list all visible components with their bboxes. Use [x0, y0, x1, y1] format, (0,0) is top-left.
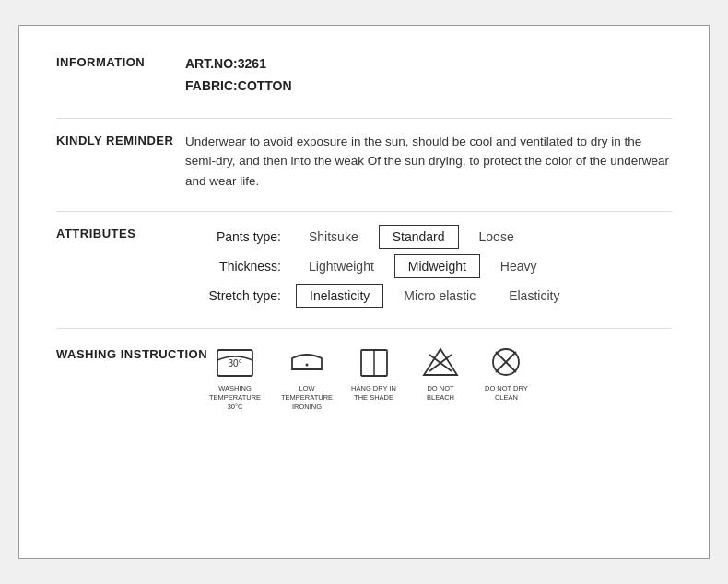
attributes-label: ATTRIBUTES — [56, 225, 185, 240]
low-temp-iron-label: LOW TEMPERATUREIRONING — [279, 384, 335, 411]
no-dry-clean-item: DO NOT DRYCLEAN — [485, 345, 528, 403]
reminder-label: KINDLY REMINDER — [56, 132, 185, 147]
option-shitsuke[interactable]: Shitsuke — [296, 226, 371, 248]
washing-label: WASHING INSTRUCTION — [56, 342, 207, 361]
divider-1 — [56, 118, 672, 119]
washing-content: 30° WASHINGTEMPERATURE 30°C LOW TEM — [207, 342, 672, 411]
stretch-type-label: Stretch type: — [185, 288, 296, 303]
product-info-card: INFORMATION ART.NO:3261 FABRIC:COTTON KI… — [18, 25, 710, 559]
option-micro-elastic[interactable]: Micro elastic — [391, 285, 488, 307]
option-midweight[interactable]: Midweight — [394, 254, 480, 278]
information-label: INFORMATION — [56, 53, 185, 69]
wash-temp-item: 30° WASHINGTEMPERATURE 30°C — [207, 345, 263, 411]
option-inelasticity[interactable]: Inelasticity — [296, 284, 383, 308]
low-temp-iron-icon — [287, 345, 327, 379]
no-dry-clean-icon — [486, 345, 526, 379]
fabric: FABRIC:COTTON — [185, 76, 672, 98]
attributes-section: ATTRIBUTES Pants type: Shitsuke Standard… — [56, 225, 672, 308]
wash-temp-icon: 30° — [215, 345, 255, 379]
no-bleach-label: DO NOT BLEACH — [413, 384, 468, 403]
option-heavy[interactable]: Heavy — [487, 255, 550, 277]
hang-dry-label: HANG DRY INTHE SHADE — [351, 384, 396, 403]
attributes-grid: Pants type: Shitsuke Standard Loose Thic… — [185, 225, 672, 308]
hang-dry-icon — [354, 345, 394, 379]
divider-2 — [56, 211, 672, 212]
no-bleach-icon — [420, 345, 461, 379]
attributes-content: Pants type: Shitsuke Standard Loose Thic… — [185, 225, 672, 308]
wash-temp-label: WASHINGTEMPERATURE 30°C — [207, 384, 263, 411]
pants-type-row: Pants type: Shitsuke Standard Loose — [185, 225, 672, 249]
option-loose[interactable]: Loose — [466, 226, 527, 248]
hang-dry-item: HANG DRY INTHE SHADE — [351, 345, 396, 403]
information-content: ART.NO:3261 FABRIC:COTTON — [185, 53, 672, 98]
option-lightweight[interactable]: Lightweight — [296, 255, 387, 277]
no-dry-clean-label: DO NOT DRYCLEAN — [485, 384, 528, 403]
low-temp-iron-item: LOW TEMPERATUREIRONING — [279, 345, 335, 411]
reminder-text: Underwear to avoid exposure in the sun, … — [185, 132, 672, 192]
thickness-label: Thickness: — [185, 259, 296, 274]
option-elasticity[interactable]: Elasticity — [496, 285, 572, 307]
thickness-row: Thickness: Lightweight Midweight Heavy — [185, 254, 672, 278]
information-section: INFORMATION ART.NO:3261 FABRIC:COTTON — [56, 53, 672, 98]
svg-text:30°: 30° — [229, 358, 242, 368]
svg-point-2 — [306, 364, 309, 367]
no-bleach-item: DO NOT BLEACH — [413, 345, 468, 403]
washing-section: WASHING INSTRUCTION 30° WASHINGTEMPERATU… — [56, 342, 672, 411]
divider-3 — [56, 328, 672, 329]
reminder-section: KINDLY REMINDER Underwear to avoid expos… — [56, 132, 672, 192]
art-no: ART.NO:3261 — [185, 53, 672, 76]
option-standard[interactable]: Standard — [379, 225, 459, 249]
pants-type-label: Pants type: — [185, 229, 296, 244]
stretch-type-row: Stretch type: Inelasticity Micro elastic… — [185, 284, 672, 308]
washing-icons-row: 30° WASHINGTEMPERATURE 30°C LOW TEM — [207, 345, 672, 411]
